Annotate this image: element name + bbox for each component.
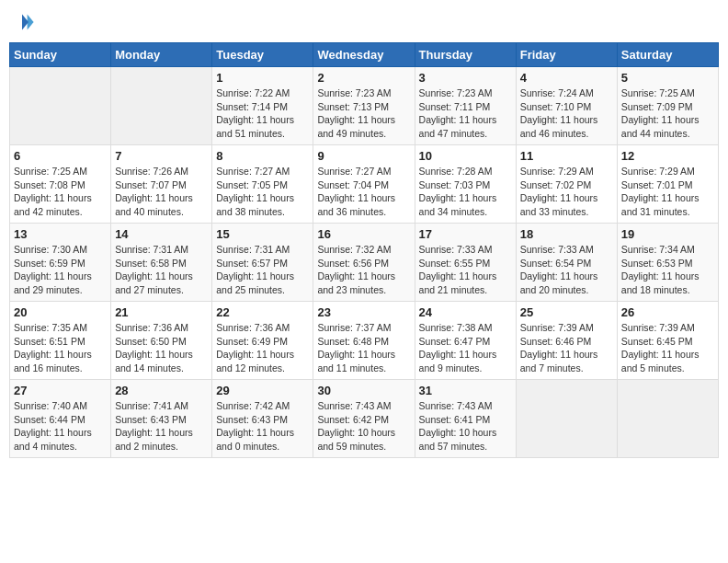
logo-icon xyxy=(9,9,35,35)
day-info: Sunrise: 7:29 AMSunset: 7:02 PMDaylight:… xyxy=(520,165,613,219)
day-info: Sunrise: 7:23 AMSunset: 7:11 PMDaylight:… xyxy=(419,86,512,141)
day-number: 16 xyxy=(317,227,410,241)
day-number: 18 xyxy=(520,227,613,241)
day-number: 5 xyxy=(621,71,714,85)
day-number: 4 xyxy=(520,71,613,85)
calendar-week-4: 20Sunrise: 7:35 AMSunset: 6:51 PMDayligh… xyxy=(10,302,719,380)
day-number: 1 xyxy=(216,71,309,85)
day-number: 20 xyxy=(14,305,107,319)
day-number: 26 xyxy=(621,305,714,319)
calendar-cell: 21Sunrise: 7:36 AMSunset: 6:50 PMDayligh… xyxy=(111,302,212,380)
day-info: Sunrise: 7:40 AMSunset: 6:44 PMDaylight:… xyxy=(14,399,107,454)
day-info: Sunrise: 7:24 AMSunset: 7:10 PMDaylight:… xyxy=(520,86,613,141)
calendar-cell: 13Sunrise: 7:30 AMSunset: 6:59 PMDayligh… xyxy=(10,224,111,302)
day-number: 25 xyxy=(520,305,613,319)
day-number: 24 xyxy=(419,305,512,319)
day-info: Sunrise: 7:31 AMSunset: 6:58 PMDaylight:… xyxy=(115,243,208,297)
calendar-cell: 5Sunrise: 7:25 AMSunset: 7:09 PMDaylight… xyxy=(617,67,718,145)
day-number: 14 xyxy=(115,227,208,241)
day-info: Sunrise: 7:37 AMSunset: 6:48 PMDaylight:… xyxy=(317,321,410,375)
calendar-cell: 22Sunrise: 7:36 AMSunset: 6:49 PMDayligh… xyxy=(212,302,313,380)
day-number: 30 xyxy=(317,384,410,397)
calendar-cell: 12Sunrise: 7:29 AMSunset: 7:01 PMDayligh… xyxy=(617,145,718,224)
calendar-cell: 19Sunrise: 7:34 AMSunset: 6:53 PMDayligh… xyxy=(617,224,718,302)
day-number: 2 xyxy=(317,71,410,85)
day-number: 7 xyxy=(115,149,208,163)
day-info: Sunrise: 7:33 AMSunset: 6:54 PMDaylight:… xyxy=(520,243,613,297)
calendar-cell: 8Sunrise: 7:27 AMSunset: 7:05 PMDaylight… xyxy=(212,145,313,224)
day-number: 23 xyxy=(317,305,410,319)
day-info: Sunrise: 7:32 AMSunset: 6:56 PMDaylight:… xyxy=(317,243,410,297)
day-info: Sunrise: 7:27 AMSunset: 7:05 PMDaylight:… xyxy=(216,165,309,219)
calendar-cell: 11Sunrise: 7:29 AMSunset: 7:02 PMDayligh… xyxy=(516,145,617,224)
day-info: Sunrise: 7:39 AMSunset: 6:46 PMDaylight:… xyxy=(520,321,613,375)
day-info: Sunrise: 7:43 AMSunset: 6:41 PMDaylight:… xyxy=(419,399,512,454)
calendar-cell: 27Sunrise: 7:40 AMSunset: 6:44 PMDayligh… xyxy=(10,380,111,458)
weekday-header-thursday: Thursday xyxy=(415,43,516,67)
day-info: Sunrise: 7:36 AMSunset: 6:49 PMDaylight:… xyxy=(216,321,309,375)
calendar-cell: 14Sunrise: 7:31 AMSunset: 6:58 PMDayligh… xyxy=(111,224,212,302)
day-info: Sunrise: 7:42 AMSunset: 6:43 PMDaylight:… xyxy=(216,399,309,454)
calendar-cell: 26Sunrise: 7:39 AMSunset: 6:45 PMDayligh… xyxy=(617,302,718,380)
weekday-header-friday: Friday xyxy=(516,43,617,67)
calendar-cell: 28Sunrise: 7:41 AMSunset: 6:43 PMDayligh… xyxy=(111,380,212,458)
weekday-header-tuesday: Tuesday xyxy=(212,43,313,67)
calendar-header: SundayMondayTuesdayWednesdayThursdayFrid… xyxy=(10,43,719,67)
weekday-header-row: SundayMondayTuesdayWednesdayThursdayFrid… xyxy=(10,43,719,67)
calendar-week-5: 27Sunrise: 7:40 AMSunset: 6:44 PMDayligh… xyxy=(10,380,719,458)
day-number: 31 xyxy=(419,384,512,397)
day-number: 17 xyxy=(419,227,512,241)
calendar-cell: 29Sunrise: 7:42 AMSunset: 6:43 PMDayligh… xyxy=(212,380,313,458)
day-info: Sunrise: 7:22 AMSunset: 7:14 PMDaylight:… xyxy=(216,86,309,141)
calendar-cell: 16Sunrise: 7:32 AMSunset: 6:56 PMDayligh… xyxy=(313,224,415,302)
day-number: 22 xyxy=(216,305,309,319)
calendar-cell: 20Sunrise: 7:35 AMSunset: 6:51 PMDayligh… xyxy=(10,302,111,380)
day-info: Sunrise: 7:25 AMSunset: 7:08 PMDaylight:… xyxy=(14,165,107,219)
day-info: Sunrise: 7:25 AMSunset: 7:09 PMDaylight:… xyxy=(621,86,714,141)
weekday-header-wednesday: Wednesday xyxy=(313,43,415,67)
day-number: 9 xyxy=(317,149,410,163)
day-number: 29 xyxy=(216,384,309,397)
calendar-body: 1Sunrise: 7:22 AMSunset: 7:14 PMDaylight… xyxy=(10,67,719,458)
calendar-week-3: 13Sunrise: 7:30 AMSunset: 6:59 PMDayligh… xyxy=(10,224,719,302)
day-number: 3 xyxy=(419,71,512,85)
day-info: Sunrise: 7:26 AMSunset: 7:07 PMDaylight:… xyxy=(115,165,208,219)
calendar-cell: 15Sunrise: 7:31 AMSunset: 6:57 PMDayligh… xyxy=(212,224,313,302)
day-info: Sunrise: 7:38 AMSunset: 6:47 PMDaylight:… xyxy=(419,321,512,375)
day-info: Sunrise: 7:33 AMSunset: 6:55 PMDaylight:… xyxy=(419,243,512,297)
calendar-cell: 23Sunrise: 7:37 AMSunset: 6:48 PMDayligh… xyxy=(313,302,415,380)
day-number: 15 xyxy=(216,227,309,241)
day-number: 10 xyxy=(419,149,512,163)
day-info: Sunrise: 7:27 AMSunset: 7:04 PMDaylight:… xyxy=(317,165,410,219)
day-info: Sunrise: 7:35 AMSunset: 6:51 PMDaylight:… xyxy=(14,321,107,375)
day-number: 21 xyxy=(115,305,208,319)
day-number: 19 xyxy=(621,227,714,241)
day-info: Sunrise: 7:28 AMSunset: 7:03 PMDaylight:… xyxy=(419,165,512,219)
calendar-cell: 2Sunrise: 7:23 AMSunset: 7:13 PMDaylight… xyxy=(313,67,415,145)
day-info: Sunrise: 7:34 AMSunset: 6:53 PMDaylight:… xyxy=(621,243,714,297)
calendar-cell xyxy=(617,380,718,458)
calendar-cell: 10Sunrise: 7:28 AMSunset: 7:03 PMDayligh… xyxy=(415,145,516,224)
day-number: 13 xyxy=(14,227,107,241)
day-number: 11 xyxy=(520,149,613,163)
weekday-header-monday: Monday xyxy=(111,43,212,67)
day-info: Sunrise: 7:31 AMSunset: 6:57 PMDaylight:… xyxy=(216,243,309,297)
day-info: Sunrise: 7:30 AMSunset: 6:59 PMDaylight:… xyxy=(14,243,107,297)
calendar-cell: 30Sunrise: 7:43 AMSunset: 6:42 PMDayligh… xyxy=(313,380,415,458)
day-info: Sunrise: 7:29 AMSunset: 7:01 PMDaylight:… xyxy=(621,165,714,219)
day-info: Sunrise: 7:41 AMSunset: 6:43 PMDaylight:… xyxy=(115,399,208,454)
day-number: 6 xyxy=(14,149,107,163)
calendar-cell: 31Sunrise: 7:43 AMSunset: 6:41 PMDayligh… xyxy=(415,380,516,458)
calendar-cell: 7Sunrise: 7:26 AMSunset: 7:07 PMDaylight… xyxy=(111,145,212,224)
calendar-cell xyxy=(111,67,212,145)
calendar-cell: 17Sunrise: 7:33 AMSunset: 6:55 PMDayligh… xyxy=(415,224,516,302)
calendar-cell xyxy=(10,67,111,145)
day-number: 28 xyxy=(115,384,208,397)
page-header xyxy=(9,9,719,35)
calendar-table: SundayMondayTuesdayWednesdayThursdayFrid… xyxy=(9,42,719,458)
calendar-cell: 6Sunrise: 7:25 AMSunset: 7:08 PMDaylight… xyxy=(10,145,111,224)
day-number: 8 xyxy=(216,149,309,163)
calendar-week-1: 1Sunrise: 7:22 AMSunset: 7:14 PMDaylight… xyxy=(10,67,719,145)
calendar-cell: 3Sunrise: 7:23 AMSunset: 7:11 PMDaylight… xyxy=(415,67,516,145)
logo xyxy=(9,9,39,35)
